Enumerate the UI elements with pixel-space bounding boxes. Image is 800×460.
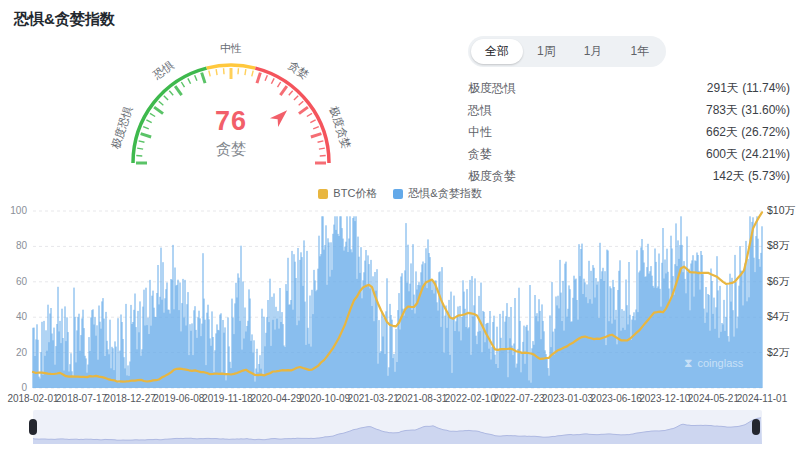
gauge-tick <box>310 120 315 123</box>
gauge-tick <box>141 134 151 137</box>
stats-panel: 全部1周1月1年 极度恐惧291天 (11.74%)恐惧783天 (31.60%… <box>468 36 790 187</box>
stat-label: 极度恐惧 <box>468 80 516 97</box>
gauge-axis-label: 极度恐惧 <box>109 105 134 152</box>
x-axis-label: 2023-12-10 <box>639 393 691 404</box>
brush-handle-left[interactable] <box>29 419 37 435</box>
x-axis-label: 2021-03-21 <box>348 393 400 404</box>
legend-label: BTC价格 <box>333 186 377 201</box>
gauge-tick <box>139 141 145 142</box>
legend-label: 恐惧&贪婪指数 <box>408 186 481 201</box>
legend-swatch-icon <box>318 189 328 199</box>
gauge-arc-neutral <box>207 65 256 68</box>
fear-greed-area-series <box>33 216 762 388</box>
x-axis-label: 2021-08-31 <box>396 393 448 404</box>
gauge-tick <box>146 120 151 123</box>
stat-value: 142天 (5.73%) <box>713 168 790 185</box>
stat-row: 贪婪600天 (24.21%) <box>468 143 790 165</box>
gauge-tick <box>257 73 260 83</box>
x-axis-label: 2019-11-18 <box>202 393 253 404</box>
legend-swatch-icon <box>393 189 403 199</box>
stat-row: 极度贪婪142天 (5.73%) <box>468 165 790 187</box>
gauge-tick <box>175 86 181 95</box>
brush-handle-right[interactable] <box>752 419 760 435</box>
stat-label: 极度贪婪 <box>468 168 516 185</box>
stat-row: 极度恐惧291天 (11.74%) <box>468 77 790 99</box>
gauge-tick <box>216 69 217 75</box>
y-axis-right-label: $10万 <box>767 204 796 216</box>
gauge-tick <box>188 78 191 83</box>
gauge-tick <box>299 107 308 113</box>
stat-label: 中性 <box>468 124 492 141</box>
chart-range-brush[interactable] <box>33 410 762 444</box>
legend-item-BTC价格[interactable]: BTC价格 <box>318 186 377 201</box>
x-axis-label: 2020-04-29 <box>250 393 302 404</box>
fear-greed-page: 恐惧&贪婪指数 极度恐惧恐惧中性贪婪极度贪婪 76 贪婪 全部1周1月1年 极度… <box>0 0 800 460</box>
x-axis-label: 2018-02-01 <box>7 393 59 404</box>
gauge-tick <box>245 69 246 75</box>
stat-value: 662天 (26.72%) <box>706 124 790 141</box>
gauge-tick <box>307 113 312 116</box>
range-tab-1周[interactable]: 1周 <box>523 39 570 64</box>
x-axis-label: 2022-07-23 <box>493 393 545 404</box>
stat-label: 恐惧 <box>468 102 492 119</box>
y-axis-left-label: 40 <box>16 311 28 322</box>
legend-item-恐惧&贪婪指数[interactable]: 恐惧&贪婪指数 <box>393 186 481 201</box>
gauge-tick <box>271 78 274 83</box>
y-axis-right-label: $6万 <box>767 275 790 287</box>
y-axis-left-label: 60 <box>16 276 28 287</box>
gauge-tick <box>252 71 253 77</box>
y-axis-right-label: $4万 <box>767 310 790 322</box>
x-axis-label: 2022-02-10 <box>445 393 497 404</box>
x-axis-label: 2019-06-08 <box>153 393 205 404</box>
gauge-tick <box>294 96 298 100</box>
y-axis-left-label: 20 <box>16 347 28 358</box>
range-tabs: 全部1周1月1年 <box>468 36 666 67</box>
gauge-tick <box>319 148 325 149</box>
x-axis-label: 2023-01-03 <box>542 393 594 404</box>
stat-row: 恐惧783天 (31.60%) <box>468 99 790 121</box>
gauge-tick <box>159 101 164 105</box>
gauge-tick <box>209 71 210 77</box>
range-tab-1年[interactable]: 1年 <box>616 39 663 64</box>
brush-minimap <box>33 410 762 444</box>
gauge-tick <box>299 101 304 105</box>
stat-value: 600天 (24.21%) <box>706 146 790 163</box>
gauge-tick <box>169 91 173 96</box>
gauge-tick <box>154 107 163 113</box>
x-axis-label: 2023-06-16 <box>591 393 643 404</box>
gauge-value-label: 贪婪 <box>171 140 291 159</box>
y-axis-left-label: 0 <box>21 382 27 393</box>
page-title: 恐惧&贪婪指数 <box>14 10 115 29</box>
gauge-value: 76 <box>171 106 291 137</box>
stat-value: 783天 (31.60%) <box>706 102 790 119</box>
gauge-tick <box>150 113 155 116</box>
y-axis-left-label: 100 <box>10 205 27 216</box>
x-axis-label: 2018-07-17 <box>56 393 108 404</box>
gauge-tick <box>318 141 324 142</box>
chart-legend: BTC价格恐惧&贪婪指数 <box>0 186 800 201</box>
x-axis-label: 2018-12-27 <box>105 393 157 404</box>
gauge-tick <box>202 73 205 83</box>
gauge-tick <box>164 96 168 100</box>
gauge-tick <box>289 91 293 96</box>
x-axis-label: 2024-05-21 <box>688 393 740 404</box>
gauge-tick <box>280 86 286 95</box>
fear-greed-history-chart[interactable]: 020406080100$2万$4万$6万$8万$10万2018-02-0120… <box>0 200 800 408</box>
gauge-tick <box>143 127 149 129</box>
y-axis-right-label: $2万 <box>767 346 790 358</box>
gauge-axis-label: 贪婪 <box>286 59 311 82</box>
stats-list: 极度恐惧291天 (11.74%)恐惧783天 (31.60%)中性662天 (… <box>468 77 790 187</box>
y-axis-right-label: $8万 <box>767 239 790 251</box>
gauge-tick <box>311 134 321 137</box>
y-axis-left-label: 80 <box>16 240 28 251</box>
x-axis-label: 2020-10-09 <box>299 393 351 404</box>
gauge-axis-label: 恐惧 <box>150 59 176 82</box>
stat-value: 291天 (11.74%) <box>707 80 790 97</box>
gauge-tick <box>181 82 184 87</box>
stat-row: 中性662天 (26.72%) <box>468 121 790 143</box>
gauge-tick <box>137 148 143 149</box>
range-tab-全部[interactable]: 全部 <box>471 39 523 64</box>
gauge-tick <box>265 75 267 81</box>
x-axis-label: 2024-11-01 <box>737 393 788 404</box>
range-tab-1月[interactable]: 1月 <box>570 39 617 64</box>
